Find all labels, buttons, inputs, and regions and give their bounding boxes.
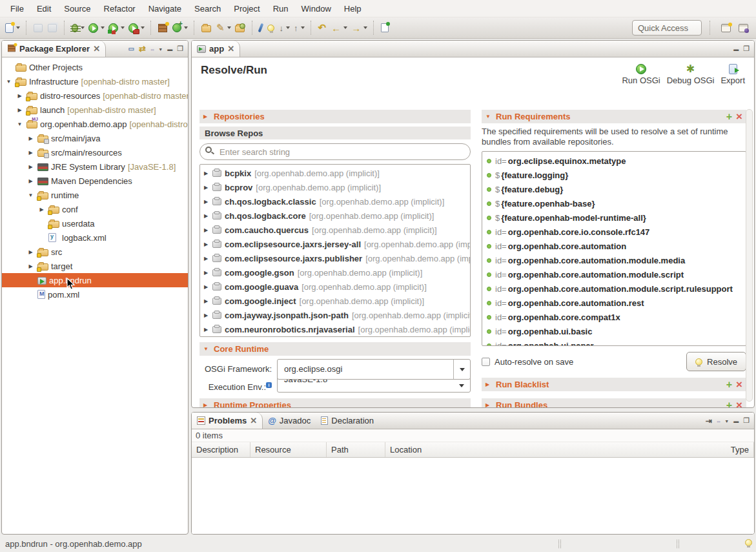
section-arrow-icon[interactable] xyxy=(485,382,492,387)
expand-arrow-icon[interactable] xyxy=(26,263,35,269)
toolbar-button[interactable] xyxy=(379,21,392,34)
menu-item[interactable]: Run xyxy=(267,1,295,16)
repo-row[interactable]: com.google.gson [org.openhab.demo.app (i… xyxy=(200,265,470,280)
repo-row[interactable]: com.google.inject [org.openhab.demo.app … xyxy=(200,294,470,308)
tree-item[interactable]: conf xyxy=(2,202,188,216)
close-icon[interactable]: ✕ xyxy=(93,44,100,54)
expand-arrow-icon[interactable] xyxy=(203,256,209,261)
tree-item[interactable]: Infrastructure [openhab-distro master] xyxy=(2,74,188,88)
resolve-button[interactable]: Resolve xyxy=(686,352,746,371)
menu-item[interactable]: Navigate xyxy=(142,1,188,16)
tree-item[interactable]: userdata xyxy=(2,216,188,230)
expand-arrow-icon[interactable] xyxy=(203,185,209,190)
toolbar-button[interactable] xyxy=(87,21,107,35)
view-toolbar-icon[interactable] xyxy=(706,416,712,425)
chevron-down-icon[interactable] xyxy=(453,360,470,379)
tree-item[interactable]: src/main/resources xyxy=(2,145,188,159)
section-runtime-properties[interactable]: Runtime Properties xyxy=(199,398,471,408)
repo-search-input[interactable] xyxy=(199,143,471,160)
repo-row[interactable]: bcprov [org.openhab.demo.app (implicit)] xyxy=(200,180,470,194)
toolbar-button[interactable] xyxy=(3,21,22,35)
section-run-bundles[interactable]: Run Bundles + × xyxy=(482,398,746,408)
toolbar-button[interactable] xyxy=(127,21,147,35)
tab-app-editor[interactable]: app ✕ xyxy=(192,41,240,57)
requirement-row[interactable]: $ {feature.openhab-base} xyxy=(482,196,746,210)
view-toolbar-icon[interactable] xyxy=(167,45,172,52)
view-toolbar-icon[interactable] xyxy=(128,45,134,52)
menu-item[interactable]: Refactor xyxy=(97,1,142,16)
editor-action-button[interactable]: Export xyxy=(720,64,745,85)
view-toolbar-icon[interactable] xyxy=(139,44,146,54)
menu-item[interactable]: Window xyxy=(295,1,338,16)
expand-arrow-icon[interactable] xyxy=(15,121,24,127)
add-icon[interactable]: + xyxy=(726,401,732,409)
section-arrow-icon[interactable] xyxy=(203,114,210,119)
expand-arrow-icon[interactable] xyxy=(26,164,35,170)
section-core-runtime[interactable]: Core Runtime xyxy=(199,342,471,356)
toolbar-button[interactable] xyxy=(214,21,233,35)
expand-arrow-icon[interactable] xyxy=(203,199,209,205)
toolbar-button[interactable] xyxy=(329,21,349,36)
requirement-row[interactable]: id= org.openhab.core.compat1x xyxy=(482,310,746,324)
tree-item[interactable]: pom.xml xyxy=(2,287,188,302)
quick-access-input[interactable] xyxy=(632,20,702,36)
requirement-row[interactable]: $ {feature.openhab-model-runtime-all} xyxy=(482,210,746,225)
tree-item[interactable]: launch [openhab-distro master] xyxy=(2,103,188,117)
tree-item[interactable]: Other Projects xyxy=(2,60,188,74)
column-header[interactable]: Location xyxy=(385,442,726,457)
requirement-row[interactable]: $ {feature.debug} xyxy=(482,182,746,196)
expand-arrow-icon[interactable] xyxy=(203,298,209,304)
toolbar-button[interactable] xyxy=(278,21,292,35)
expand-arrow-icon[interactable] xyxy=(203,213,209,219)
toolbar-button[interactable] xyxy=(46,22,60,34)
toolbar-button[interactable] xyxy=(199,22,214,34)
section-arrow-icon[interactable] xyxy=(203,402,210,408)
editor-action-button[interactable]: Debug OSGi xyxy=(667,64,715,85)
maximize-icon[interactable] xyxy=(743,45,750,53)
view-toolbar-icon[interactable] xyxy=(717,417,720,424)
expand-arrow-icon[interactable] xyxy=(203,284,209,290)
resize-grip[interactable] xyxy=(558,540,561,548)
remove-icon[interactable]: × xyxy=(736,380,742,389)
toolbar-button[interactable] xyxy=(265,23,278,34)
menu-item[interactable]: Project xyxy=(227,1,266,16)
expand-arrow-icon[interactable] xyxy=(203,241,209,247)
section-repositories[interactable]: Repositories xyxy=(199,110,471,123)
tree-item[interactable]: src/main/java xyxy=(2,131,188,145)
repo-row[interactable]: com.eclipsesource.jaxrs.publisher [org.o… xyxy=(200,251,470,265)
requirement-row[interactable]: id= org.openhab.core.automation.module.s… xyxy=(482,281,746,296)
chevron-down-icon[interactable] xyxy=(453,379,470,392)
repo-row[interactable]: ch.qos.logback.classic [org.openhab.demo… xyxy=(200,194,470,209)
editor-action-button[interactable]: Run OSGi xyxy=(622,64,660,85)
view-toolbar-icon[interactable] xyxy=(743,416,750,425)
perspective-button[interactable] xyxy=(719,22,733,34)
add-icon[interactable]: + xyxy=(726,112,732,121)
column-header[interactable]: Type xyxy=(726,442,754,457)
expand-arrow-icon[interactable] xyxy=(203,170,209,176)
view-toolbar-icon[interactable] xyxy=(150,45,154,52)
repo-row[interactable]: com.jayway.jsonpath.json-path [org.openh… xyxy=(200,308,470,322)
tree-item[interactable]: app.bndrun xyxy=(2,273,188,287)
toolbar-button[interactable] xyxy=(292,21,307,35)
repo-row[interactable]: com.google.guava [org.openhab.demo.app (… xyxy=(200,280,470,294)
tab-package-explorer[interactable]: Package Explorer ✕ xyxy=(2,41,106,57)
toolbar-button[interactable] xyxy=(170,21,190,34)
toolbar-button[interactable] xyxy=(70,22,87,34)
column-header[interactable]: Path xyxy=(327,442,385,457)
expand-arrow-icon[interactable] xyxy=(203,270,209,276)
repo-row[interactable]: com.neuronrobotics.nrjavaserial [org.ope… xyxy=(200,322,470,336)
requirement-row[interactable]: id= org.openhab.core.automation xyxy=(482,239,746,253)
requirement-row[interactable]: $ {feature.logging} xyxy=(482,168,746,182)
expand-arrow-icon[interactable] xyxy=(203,227,209,233)
close-icon[interactable]: ✕ xyxy=(250,416,257,425)
tree-item[interactable]: runtime xyxy=(2,188,188,202)
expand-arrow-icon[interactable] xyxy=(26,178,35,184)
section-arrow-icon[interactable] xyxy=(203,346,210,352)
resize-grip[interactable] xyxy=(677,540,679,548)
column-header[interactable]: Resource xyxy=(250,442,327,457)
toolbar-button[interactable] xyxy=(316,20,330,36)
expand-arrow-icon[interactable] xyxy=(37,207,46,212)
tree-item[interactable]: logback.xml xyxy=(2,230,188,245)
tree-item[interactable]: org.openhab.demo.app [openhab-distro mas… xyxy=(2,117,188,131)
editor-scrollbar[interactable] xyxy=(746,109,753,402)
